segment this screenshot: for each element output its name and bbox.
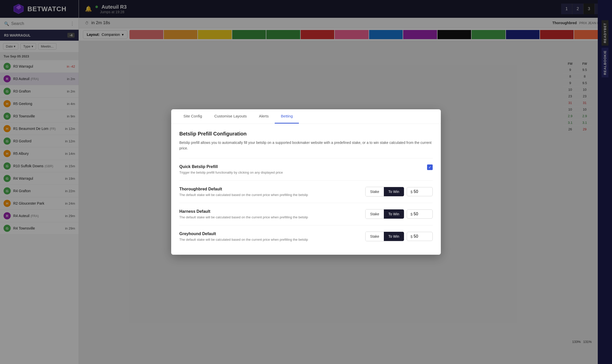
modal-overlay[interactable]: Site Config Customise Layouts Alerts Bet… — [0, 0, 612, 364]
tab-customise-layouts[interactable]: Customise Layouts — [208, 109, 253, 124]
thoroughbred-desc: The default stake will be calculated bas… — [179, 193, 365, 197]
tab-site-config[interactable]: Site Config — [177, 109, 208, 124]
thoroughbred-amount-input: $ — [407, 187, 433, 196]
greyhound-label: Greyhound Default — [179, 232, 365, 236]
dollar-sign-icon: $ — [411, 190, 413, 194]
harness-amount-field[interactable] — [414, 212, 429, 216]
quick-prefill-checkbox[interactable]: ✓ — [427, 164, 433, 170]
greyhound-section: Greyhound Default The default stake will… — [179, 225, 433, 248]
dollar-sign-icon: $ — [411, 212, 413, 216]
thoroughbred-label: Thoroughbred Default — [179, 187, 365, 191]
harness-toggle: Stake To Win — [365, 209, 404, 219]
thoroughbred-stake-btn[interactable]: Stake — [366, 187, 384, 196]
quick-prefill-section: Quick Betslip Prefill Trigger the betsli… — [179, 158, 433, 180]
thoroughbred-amount-field[interactable] — [414, 189, 429, 194]
checkmark-icon: ✓ — [428, 165, 431, 169]
quick-prefill-label: Quick Betslip Prefill — [179, 164, 427, 169]
harness-amount-input: $ — [407, 209, 433, 219]
thoroughbred-toggle: Stake To Win — [365, 187, 404, 196]
modal-tab-bar: Site Config Customise Layouts Alerts Bet… — [171, 109, 441, 124]
greyhound-toggle: Stake To Win — [365, 232, 404, 241]
modal-title: Betslip Prefill Configuration — [179, 131, 433, 137]
greyhound-desc: The default stake will be calculated bas… — [179, 238, 365, 241]
tab-betting[interactable]: Betting — [275, 109, 299, 124]
harness-label: Harness Default — [179, 209, 365, 214]
checkbox-icon[interactable]: ✓ — [427, 164, 433, 170]
thoroughbred-towin-btn[interactable]: To Win — [384, 187, 404, 196]
dollar-sign-icon: $ — [411, 234, 413, 239]
modal-description: Betslip prefill allows you to automatica… — [179, 140, 433, 151]
greyhound-stake-btn[interactable]: Stake — [366, 232, 384, 241]
greyhound-amount-field[interactable] — [414, 234, 429, 239]
tab-alerts[interactable]: Alerts — [253, 109, 275, 124]
modal-body: Betslip Prefill Configuration Betslip pr… — [171, 124, 441, 255]
harness-towin-btn[interactable]: To Win — [384, 209, 404, 219]
harness-stake-btn[interactable]: Stake — [366, 209, 384, 219]
harness-section: Harness Default The default stake will b… — [179, 203, 433, 225]
greyhound-towin-btn[interactable]: To Win — [384, 232, 404, 241]
quick-prefill-desc: Trigger the betslip prefill functionalit… — [179, 171, 427, 174]
settings-modal: Site Config Customise Layouts Alerts Bet… — [171, 109, 441, 255]
harness-desc: The default stake will be calculated bas… — [179, 215, 365, 219]
greyhound-amount-input: $ — [407, 232, 433, 241]
thoroughbred-section: Thoroughbred Default The default stake w… — [179, 180, 433, 203]
